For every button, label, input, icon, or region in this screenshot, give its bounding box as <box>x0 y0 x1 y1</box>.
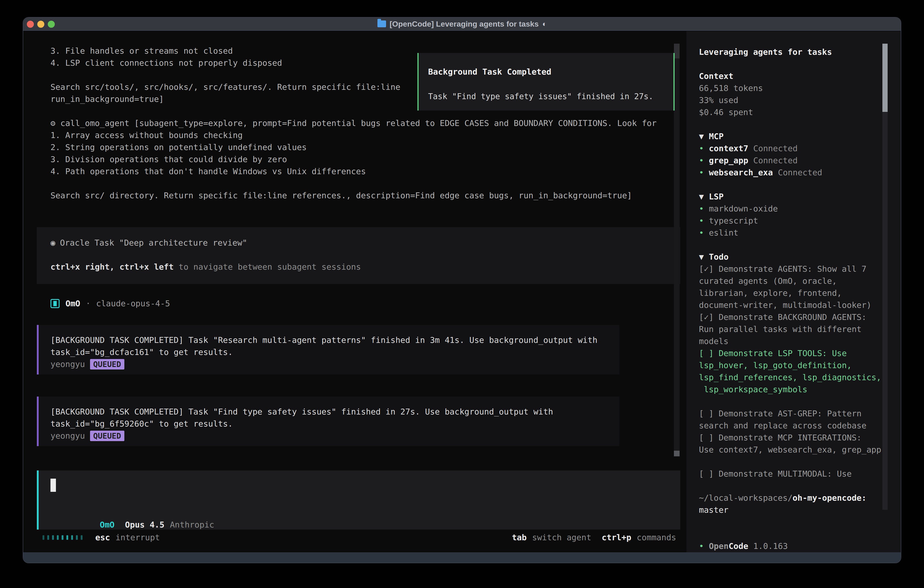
background-task-message: [BACKGROUND TASK COMPLETED] Task "Find t… <box>37 396 619 446</box>
ctrlp-key-hint: ctrl+p <box>602 533 631 542</box>
status-dot-icon: • <box>699 542 704 551</box>
queued-status-badge: QUEUED <box>90 359 124 370</box>
mcp-section-header[interactable]: ▼MCP <box>699 130 901 142</box>
collapse-arrow-icon: ▼ <box>699 192 704 201</box>
agent-model: claude-opus-4-5 <box>96 299 170 308</box>
title-bar[interactable]: [OpenCode] Leveraging agents for tasks ◐ <box>23 18 901 31</box>
context-heading: Context <box>699 70 901 82</box>
text-line <box>51 249 680 261</box>
mcp-item: •websearch_exaConnected <box>699 167 901 178</box>
context-spent: $0.46 spent <box>699 106 901 118</box>
todo-item-line: document-writer, multimodal-looker) <box>699 299 901 311</box>
tool-call-block: ⚙ call_omo_agent [subagent_type=explore,… <box>51 117 657 202</box>
status-dot-icon: • <box>699 168 704 177</box>
working-spinner <box>43 535 82 540</box>
lsp-item: •markdown-oxide <box>699 203 901 215</box>
message-author: yeongyu <box>51 431 85 441</box>
model-status-line: OmOOpus 4.5Anthropic <box>51 507 214 519</box>
oracle-task-panel: ◉Oracle Task "Deep architecture review" … <box>37 227 680 284</box>
sidebar-scrollbar-track[interactable] <box>883 44 888 510</box>
todo-item-line: [ ] Demonstrate AST-GREP: Pattern <box>699 408 901 420</box>
main-scrollbar-track[interactable] <box>674 44 680 451</box>
text-line: Search src/ directory. Return specific f… <box>51 189 657 202</box>
spinner-dot <box>47 535 49 540</box>
todo-item-line: [✓] Demonstrate BACKGROUND AGENTS: <box>699 311 901 323</box>
mcp-item: •context7Connected <box>699 142 901 154</box>
git-branch: master <box>699 504 901 516</box>
sidebar-scrollbar-thumb[interactable] <box>883 44 888 112</box>
spinner-dot <box>71 535 73 540</box>
separator-dot: · <box>86 299 91 308</box>
spinner-dot <box>81 535 82 540</box>
text-line: 4. LSP client connections not properly d… <box>51 57 400 69</box>
message-author: yeongyu <box>51 360 85 369</box>
main-scrollbar-marker[interactable] <box>674 451 680 456</box>
todo-item-line: [✓] Demonstrate AGENTS: Show all 7 <box>699 263 901 275</box>
status-bar: esc interrupt tab switch agent ctrl+p co… <box>43 531 676 543</box>
text-cursor <box>51 479 56 492</box>
chat-transcript-pane: 3. File handles or streams not closed 4.… <box>23 31 686 552</box>
window-controls <box>27 18 55 31</box>
gear-icon: ⚙ <box>51 119 56 128</box>
text-line: 2. String operations on potentially unde… <box>51 141 657 153</box>
message-meta: yeongyu QUEUED <box>51 358 619 370</box>
background-task-toast: Background Task Completed Task "Find typ… <box>417 53 675 111</box>
status-dot-icon: • <box>699 156 704 165</box>
model-name: Opus 4.5 <box>125 520 164 529</box>
moon-icon: ◐ <box>542 20 546 28</box>
esc-key-label: interrupt <box>116 533 160 542</box>
collapse-arrow-icon: ▼ <box>699 252 704 261</box>
zoom-window-button[interactable] <box>48 21 55 28</box>
window-title-text: [OpenCode] Leveraging agents for tasks <box>390 20 539 28</box>
subagent-navigation-hint: ctrl+x right, ctrl+x left to navigate be… <box>51 261 680 273</box>
text-line: 1. Array access without bounds checking <box>51 129 657 141</box>
prompt-input[interactable]: OmOOpus 4.5Anthropic <box>37 471 680 530</box>
window-bottom-edge <box>23 552 901 563</box>
status-dot-icon: • <box>699 144 704 153</box>
opencode-version: •OpenCode1.0.163 <box>699 540 901 552</box>
queued-status-badge: QUEUED <box>90 431 124 441</box>
status-dot-icon: • <box>699 228 704 237</box>
spinner-dot <box>76 535 78 540</box>
agent-name: OmO <box>66 299 80 308</box>
folder-icon <box>378 20 386 27</box>
lsp-item: •typescript <box>699 215 901 227</box>
status-dot-icon: • <box>699 204 704 213</box>
minimize-window-button[interactable] <box>37 21 45 28</box>
spinner-dot <box>43 535 45 540</box>
spinner-dot <box>52 535 54 540</box>
context-used: 33% used <box>699 94 901 106</box>
main-scrollbar-thumb[interactable] <box>674 44 680 58</box>
tool-call-line: ⚙ call_omo_agent [subagent_type=explore,… <box>51 117 657 129</box>
todo-section-header[interactable]: ▼Todo <box>699 251 901 263</box>
window-title: [OpenCode] Leveraging agents for tasks ◐ <box>378 20 547 28</box>
oracle-icon: ◉ <box>51 238 56 248</box>
todo-item-line: [ ] Demonstrate MCP INTEGRATIONS: <box>699 431 901 444</box>
agent-header: OmO · claude-opus-4-5 <box>51 297 170 309</box>
todo-item-line: librarian, explore, frontend, <box>699 287 901 299</box>
todo-item-line: curated agents (OmO, oracle, <box>699 275 901 287</box>
close-window-button[interactable] <box>27 21 34 28</box>
mcp-item: •grep_appConnected <box>699 154 901 167</box>
text-line: run_in_background=true] <box>51 93 400 105</box>
todo-item-line-active: lsp_workspace_symbols <box>699 383 901 395</box>
text-line <box>51 69 400 81</box>
lsp-item: •eslint <box>699 227 901 239</box>
text-line: 3. Division operations that could divide… <box>51 153 657 165</box>
toast-title: Background Task Completed <box>428 67 664 76</box>
active-agent-label: OmO <box>100 520 115 529</box>
todo-item-line-active: lsp_hover, lsp_goto_definition, <box>699 359 901 371</box>
toast-body: Task "Find type safety issues" finished … <box>428 92 664 101</box>
status-dot-icon: • <box>699 216 704 225</box>
message-meta: yeongyu QUEUED <box>51 430 619 442</box>
lsp-section-header[interactable]: ▼LSP <box>699 190 901 203</box>
todo-item-line: search and replace across codebase <box>699 420 901 431</box>
session-title: Leveraging agents for tasks <box>699 46 901 58</box>
todo-item-line: models <box>699 335 901 347</box>
assistant-output-block: 3. File handles or streams not closed 4.… <box>51 45 400 105</box>
text-line: 3. File handles or streams not closed <box>51 45 400 57</box>
message-line: [BACKGROUND TASK COMPLETED] Task "Find t… <box>51 406 619 418</box>
text-line <box>51 177 657 189</box>
background-task-message: [BACKGROUND TASK COMPLETED] Task "Resear… <box>37 325 619 375</box>
oracle-task-title: ◉Oracle Task "Deep architecture review" <box>51 237 680 249</box>
